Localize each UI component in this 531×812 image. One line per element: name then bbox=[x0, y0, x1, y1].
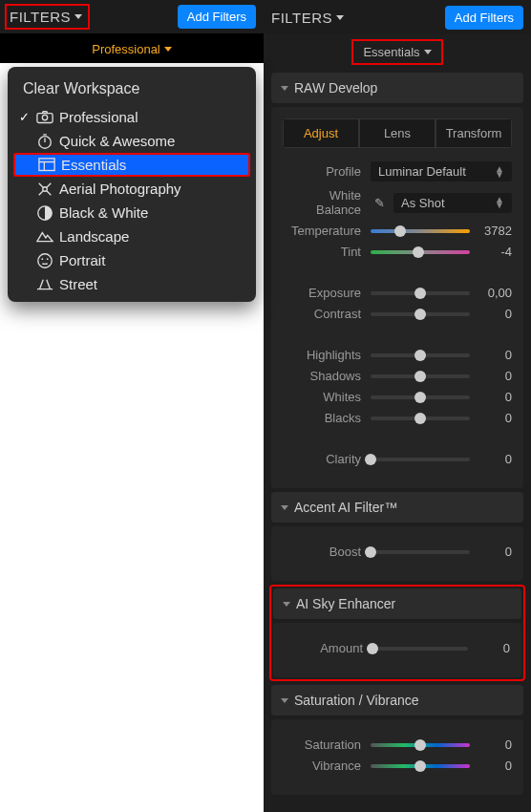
section-title: AI Sky Enhancer bbox=[296, 596, 395, 611]
filters-label: FILTERS bbox=[10, 9, 71, 25]
saturation-label: Saturation bbox=[283, 737, 371, 752]
white-balance-label: White Balance bbox=[283, 188, 371, 217]
section-accent-ai-body: Boost0 bbox=[271, 526, 523, 581]
filters-dropdown-toggle[interactable]: FILTERS bbox=[5, 4, 90, 30]
add-filters-button[interactable]: Add Filters bbox=[445, 6, 523, 30]
collapse-icon bbox=[281, 505, 288, 510]
right-header: FILTERS Add Filters bbox=[264, 0, 531, 34]
profile-select[interactable]: Luminar Default▲▼ bbox=[371, 161, 512, 182]
workspace-item-label: Aerial Photography bbox=[59, 181, 181, 197]
temperature-slider[interactable] bbox=[371, 229, 470, 233]
workspace-item-label: Street bbox=[59, 276, 97, 292]
clarity-slider[interactable] bbox=[371, 458, 470, 461]
svg-point-4 bbox=[43, 186, 48, 191]
section-sky-enhancer-header[interactable]: AI Sky Enhancer bbox=[273, 588, 521, 619]
tab-adjust[interactable]: Adjust bbox=[283, 118, 359, 148]
chevron-down-icon bbox=[164, 47, 172, 52]
collapse-icon bbox=[281, 86, 288, 91]
workspace-item-label: Portrait bbox=[59, 252, 105, 268]
workspace-indicator[interactable]: Professional bbox=[0, 34, 264, 63]
svg-rect-3 bbox=[39, 159, 54, 171]
tint-label: Tint bbox=[283, 245, 371, 259]
workspace-item-street[interactable]: Street bbox=[8, 272, 256, 296]
updown-icon: ▲▼ bbox=[495, 197, 504, 208]
face-icon bbox=[36, 253, 53, 268]
workspace-item-essentials[interactable]: Essentials bbox=[13, 153, 250, 177]
exposure-slider[interactable] bbox=[371, 291, 470, 295]
shadows-value: 0 bbox=[478, 369, 512, 383]
section-title: Accent AI Filter™ bbox=[294, 500, 397, 515]
highlights-value: 0 bbox=[478, 348, 512, 362]
exposure-value: 0,00 bbox=[478, 286, 512, 300]
workspace-item-label: Quick & Awesome bbox=[59, 133, 175, 149]
camera-icon bbox=[36, 110, 53, 125]
section-saturation-header[interactable]: Saturation / Vibrance bbox=[271, 685, 523, 716]
section-accent-ai-header[interactable]: Accent AI Filter™ bbox=[271, 492, 523, 523]
whites-slider[interactable] bbox=[371, 395, 470, 399]
section-raw-develop-body: Adjust Lens Transform Profile Luminar De… bbox=[271, 107, 523, 488]
chevron-down-icon bbox=[74, 14, 82, 19]
profile-label: Profile bbox=[283, 164, 371, 179]
check-icon: ✓ bbox=[17, 110, 31, 124]
temperature-value: 3782 bbox=[478, 224, 512, 238]
section-title: Saturation / Vibrance bbox=[294, 693, 419, 708]
boost-slider[interactable] bbox=[371, 550, 470, 554]
workspace-item-landscape[interactable]: Landscape bbox=[8, 224, 256, 248]
drone-icon bbox=[36, 182, 53, 197]
whites-value: 0 bbox=[478, 390, 512, 404]
workspace-toggle[interactable]: Essentials bbox=[351, 39, 442, 65]
highlights-slider[interactable] bbox=[371, 353, 470, 357]
workspace-label: Essentials bbox=[363, 45, 419, 59]
tab-lens[interactable]: Lens bbox=[359, 118, 435, 148]
white-balance-select[interactable]: As Shot▲▼ bbox=[393, 193, 512, 213]
tint-slider[interactable] bbox=[371, 250, 470, 254]
exposure-label: Exposure bbox=[283, 286, 371, 300]
street-icon bbox=[36, 277, 53, 292]
add-filters-button[interactable]: Add Filters bbox=[178, 5, 256, 29]
clarity-value: 0 bbox=[478, 452, 512, 466]
shadows-label: Shadows bbox=[283, 369, 371, 383]
section-raw-develop-header[interactable]: RAW Develop bbox=[271, 73, 523, 103]
filters-dropdown-toggle[interactable]: FILTERS bbox=[271, 10, 344, 26]
chevron-down-icon bbox=[336, 15, 344, 20]
svg-point-8 bbox=[47, 258, 49, 260]
contrast-slider[interactable] bbox=[371, 312, 470, 316]
raw-tabs: Adjust Lens Transform bbox=[283, 118, 512, 148]
tab-transform[interactable]: Transform bbox=[435, 118, 512, 148]
workspace-item-aerial-photography[interactable]: Aerial Photography bbox=[8, 177, 256, 201]
vibrance-value: 0 bbox=[478, 759, 512, 773]
section-title: RAW Develop bbox=[294, 80, 377, 96]
left-panel: FILTERS Add Filters Professional Clear W… bbox=[0, 0, 264, 812]
chevron-down-icon bbox=[424, 50, 432, 54]
workspace-item-label: Black & White bbox=[59, 204, 148, 221]
shadows-slider[interactable] bbox=[371, 374, 470, 378]
collapse-icon bbox=[283, 602, 290, 607]
boost-label: Boost bbox=[283, 545, 371, 559]
blacks-label: Blacks bbox=[283, 411, 371, 425]
filters-label: FILTERS bbox=[271, 10, 332, 26]
annotated-sky-enhancer: AI Sky Enhancer Amount0 bbox=[269, 585, 525, 681]
workspace-item-portrait[interactable]: Portrait bbox=[8, 248, 256, 272]
whites-label: Whites bbox=[283, 390, 371, 404]
workspace-item-quick-awesome[interactable]: Quick & Awesome bbox=[8, 129, 256, 153]
workspace-item-label: Landscape bbox=[59, 228, 129, 245]
boost-value: 0 bbox=[478, 545, 512, 559]
blacks-value: 0 bbox=[478, 411, 512, 425]
clear-workspace[interactable]: Clear Workspace bbox=[8, 73, 256, 105]
svg-point-6 bbox=[38, 253, 52, 267]
workspace-item-label: Professional bbox=[59, 109, 138, 125]
eyedropper-icon[interactable]: ✎ bbox=[371, 194, 388, 211]
mountain-icon bbox=[36, 229, 53, 245]
amount-slider[interactable] bbox=[372, 647, 468, 651]
contrast-icon bbox=[36, 205, 53, 221]
vibrance-slider[interactable] bbox=[371, 764, 470, 768]
updown-icon: ▲▼ bbox=[495, 166, 504, 178]
tint-value: -4 bbox=[478, 245, 512, 259]
saturation-slider[interactable] bbox=[371, 743, 470, 747]
workspace-indicator: Essentials bbox=[264, 34, 531, 69]
blacks-slider[interactable] bbox=[371, 417, 470, 420]
workspace-item-black-white[interactable]: Black & White bbox=[8, 201, 256, 224]
workspace-item-professional[interactable]: ✓Professional bbox=[8, 105, 256, 129]
layout-icon bbox=[38, 158, 55, 173]
highlights-label: Highlights bbox=[283, 348, 371, 362]
